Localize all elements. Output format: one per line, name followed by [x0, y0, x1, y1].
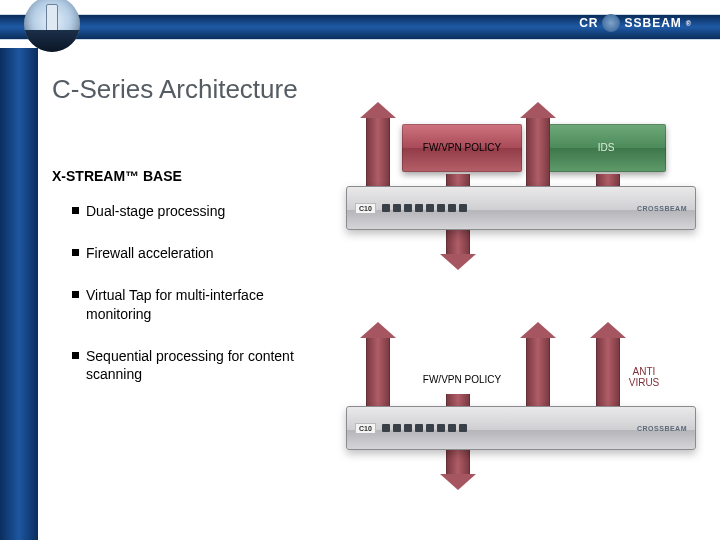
slide-title: C-Series Architecture — [52, 74, 298, 105]
list-item: Firewall acceleration — [72, 244, 310, 262]
diagram-bottom: FW/VPN POLICY ANTI VIRUS C10 CROSSBEAM — [346, 350, 696, 495]
chip-label: FW/VPN POLICY — [423, 142, 501, 153]
bullet-list: Dual-stage processing Firewall accelerat… — [72, 202, 310, 407]
device-brand: CROSSBEAM — [637, 425, 687, 432]
device-ports — [382, 204, 631, 212]
antivirus-label: ANTI VIRUS — [614, 366, 674, 388]
device-model: C10 — [355, 423, 376, 434]
list-item: Sequential processing for content scanni… — [72, 347, 310, 383]
bullet-text: Sequential processing for content scanni… — [86, 348, 294, 382]
trademark-symbol: ® — [686, 20, 692, 27]
slide-subheading: X-STREAM™ BASE — [52, 168, 182, 184]
device-ports — [382, 424, 631, 432]
chip-label: IDS — [598, 142, 615, 153]
list-item: Dual-stage processing — [72, 202, 310, 220]
fwvpn-chip: FW/VPN POLICY — [402, 124, 522, 172]
arrow-icon — [596, 322, 620, 408]
device-chassis: C10 CROSSBEAM — [346, 406, 696, 450]
brand-text-b: SSBEAM — [624, 16, 681, 30]
bullet-text: Dual-stage processing — [86, 203, 225, 219]
globe-icon — [602, 14, 620, 32]
arrow-icon — [526, 102, 550, 188]
arrow-icon — [526, 322, 550, 408]
device-chassis: C10 CROSSBEAM — [346, 186, 696, 230]
vertical-sidebar-stripe — [0, 48, 38, 540]
bullet-text: Virtual Tap for multi-interface monitori… — [86, 287, 264, 321]
list-item: Virtual Tap for multi-interface monitori… — [72, 286, 310, 322]
bullet-text: Firewall acceleration — [86, 245, 214, 261]
ids-chip: IDS — [546, 124, 666, 172]
fwvpn-label: FW/VPN POLICY — [412, 374, 512, 385]
device-brand: CROSSBEAM — [637, 205, 687, 212]
brand-text-a: CR — [579, 16, 598, 30]
device-model: C10 — [355, 203, 376, 214]
header-banner: CR SSBEAM ® — [0, 0, 720, 48]
diagram-top: FW/VPN POLICY IDS C10 CROSSBEAM — [346, 130, 696, 275]
brand-logo: CR SSBEAM ® — [579, 14, 692, 32]
lighthouse-icon — [24, 0, 80, 52]
